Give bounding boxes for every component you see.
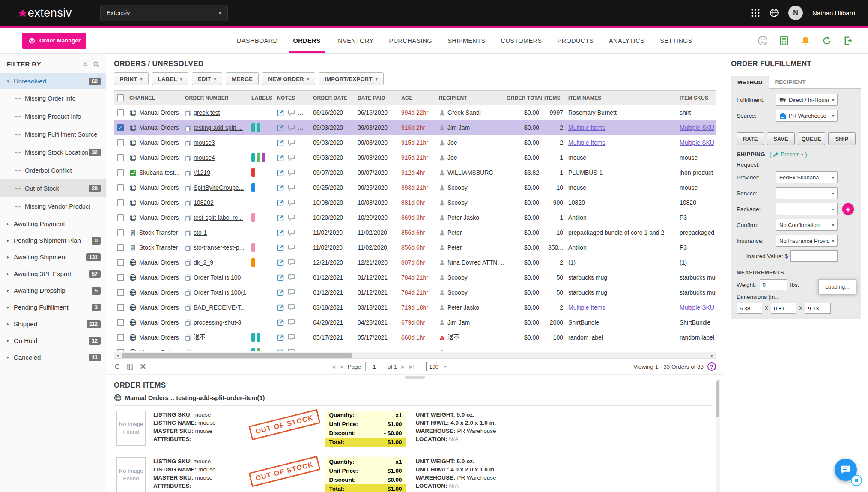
edit-note-icon[interactable]	[277, 139, 285, 146]
order-number-link[interactable]: processing-shut-3	[194, 319, 241, 326]
edit-note-icon[interactable]	[277, 214, 285, 221]
sidebar-item-missing-order-info[interactable]: Missing Order Info	[0, 89, 106, 107]
column-header-item-names[interactable]: ITEM NAMES	[566, 95, 677, 101]
table-row[interactable]: Manual Orders 退不 05/17/2021 05/17/2021 6…	[114, 330, 716, 345]
label-chip-teal[interactable]	[251, 123, 255, 132]
column-header-order-number[interactable]: ORDER NUMBER	[182, 95, 249, 101]
edit-note-icon[interactable]	[277, 124, 285, 131]
order-number-link[interactable]: testing-add-split-...	[194, 124, 243, 131]
tab-analytics[interactable]: ANALYTICS	[609, 28, 644, 53]
avatar[interactable]: N	[788, 6, 803, 20]
row-checkbox[interactable]	[117, 289, 124, 296]
chat-note-icon[interactable]	[287, 154, 295, 161]
order-number-link[interactable]: 108202	[194, 199, 214, 206]
copy-icon[interactable]	[185, 230, 191, 236]
fulfillment-method-select[interactable]: Direct / In-House	[776, 94, 838, 106]
sidebar-item-missing-vendor-product[interactable]: Missing Vendor Product	[0, 197, 106, 215]
tab-products[interactable]: PRODUCTS	[557, 28, 594, 53]
language-globe-icon[interactable]	[770, 8, 779, 18]
edit-note-icon[interactable]	[277, 319, 285, 326]
table-row[interactable]: Manual Orders Order Total is 100(1) 01/1…	[114, 285, 716, 300]
scroll-left-icon[interactable]	[114, 352, 121, 358]
column-header-labels[interactable]: LABELS	[249, 95, 274, 101]
copy-icon[interactable]	[185, 319, 191, 326]
edit-note-icon[interactable]	[277, 304, 285, 311]
chat-mini-bubble[interactable]	[851, 475, 862, 486]
chat-note-icon[interactable]	[287, 349, 295, 351]
dimension-input-1[interactable]	[737, 303, 762, 314]
source-select[interactable]: PR Warehouse	[776, 110, 838, 122]
copy-icon[interactable]	[185, 200, 191, 206]
insured-value-input[interactable]	[790, 250, 838, 262]
label-chip-teal[interactable]	[251, 333, 255, 342]
copy-icon[interactable]	[185, 185, 191, 191]
table-row[interactable]: Manual Orders testing-add-split-... ... …	[114, 120, 716, 135]
insurance-select[interactable]: No Insurance Provider	[776, 235, 838, 247]
next-page-icon[interactable]	[401, 364, 405, 370]
weight-input[interactable]	[760, 279, 787, 290]
edit-note-icon[interactable]	[277, 184, 285, 191]
sidebar-item-missing-fulfillment-source[interactable]: Missing Fulfillment Source	[0, 125, 106, 143]
row-checkbox[interactable]	[117, 244, 124, 251]
row-checkbox[interactable]	[117, 139, 124, 146]
chat-note-icon[interactable]	[287, 334, 295, 341]
copy-icon[interactable]	[185, 140, 191, 146]
order-number-link[interactable]: mouse4	[194, 154, 215, 161]
save-button[interactable]: SAVE	[767, 132, 794, 145]
tab-method[interactable]: METHOD	[731, 76, 769, 89]
tab-purchasing[interactable]: PURCHASING	[389, 28, 433, 53]
sidebar-item-awaiting-shipment[interactable]: Awaiting Shipment 131	[0, 249, 106, 265]
table-row[interactable]: Manual Orders Order Total is 100 01/12/2…	[114, 270, 716, 285]
tab-settings[interactable]: SETTINGS	[660, 28, 692, 53]
tab-dashboard[interactable]: DASHBOARD	[237, 28, 277, 53]
order-number-link[interactable]: mouse3	[194, 139, 215, 146]
order-number-link[interactable]: SplitByIteGroupe...	[194, 184, 244, 191]
table-row[interactable]: Stock Transfer sto-transer-test-p... 11/…	[114, 240, 716, 255]
sidebar-item-pending-fulfillment[interactable]: Pending Fulfillment 3	[0, 299, 106, 316]
sidebar-item-awaiting-payment[interactable]: Awaiting Payment	[0, 215, 106, 232]
collapse-all-icon[interactable]	[82, 61, 89, 68]
order-number-link[interactable]: sto-1	[194, 229, 207, 236]
chat-note-icon[interactable]	[287, 139, 295, 146]
row-checkbox[interactable]	[117, 229, 124, 236]
label-chip-pink[interactable]	[251, 213, 255, 222]
table-row[interactable]: Manual Orders	[114, 345, 716, 351]
chat-note-icon[interactable]	[287, 124, 295, 131]
copy-icon[interactable]	[185, 245, 191, 251]
row-checkbox[interactable]	[117, 169, 124, 176]
chat-note-icon[interactable]	[287, 304, 295, 311]
chat-note-icon[interactable]	[287, 319, 295, 326]
edit-note-icon[interactable]	[277, 169, 285, 176]
chat-note-icon[interactable]	[287, 274, 295, 281]
dimension-input-3[interactable]	[805, 303, 831, 314]
row-checkbox[interactable]	[117, 319, 124, 326]
table-row[interactable]: Manual Orders SplitByIteGroupe... 09/25/…	[114, 180, 716, 195]
chat-note-icon[interactable]	[287, 169, 295, 176]
edit-note-icon[interactable]	[277, 199, 285, 206]
table-row[interactable]: Manual Orders mouse4 09/03/2020 09/03/20…	[114, 150, 716, 165]
clear-filters-icon[interactable]	[140, 363, 146, 370]
order-number-link[interactable]: Order Total is 100(1)	[194, 289, 246, 296]
more-notes[interactable]: ...	[298, 124, 304, 131]
dimension-input-2[interactable]	[771, 303, 796, 314]
order-number-link[interactable]: greek test	[194, 109, 220, 116]
order-number-link[interactable]: dk_2_9	[194, 259, 213, 266]
scroll-right-icon[interactable]	[709, 352, 716, 358]
import-export-button[interactable]: IMPORT/EXPORT	[319, 72, 384, 85]
splitter-grip[interactable]	[405, 376, 425, 379]
copy-icon[interactable]	[185, 215, 191, 221]
copy-icon[interactable]	[185, 110, 191, 116]
row-checkbox[interactable]	[117, 304, 124, 311]
row-checkbox[interactable]	[117, 109, 124, 116]
table-row[interactable]: Manual Orders greek test ... 06/16/2020 …	[114, 105, 716, 120]
column-header-notes[interactable]: NOTES	[274, 95, 310, 101]
label-chip-green[interactable]	[257, 348, 260, 351]
notifications-bell-icon[interactable]	[800, 36, 811, 46]
chat-note-icon[interactable]	[287, 229, 295, 236]
column-header-item-skus[interactable]: ITEM SKUS	[677, 95, 716, 101]
presets-dropdown[interactable]: ( Presets )	[770, 151, 807, 158]
sidebar-item-awaiting-3pl-export[interactable]: Awaiting 3PL Export 57	[0, 265, 106, 282]
merge-button[interactable]: MERGE	[226, 72, 259, 85]
row-checkbox[interactable]	[117, 349, 124, 352]
ship-button[interactable]: SHIP	[828, 132, 856, 145]
